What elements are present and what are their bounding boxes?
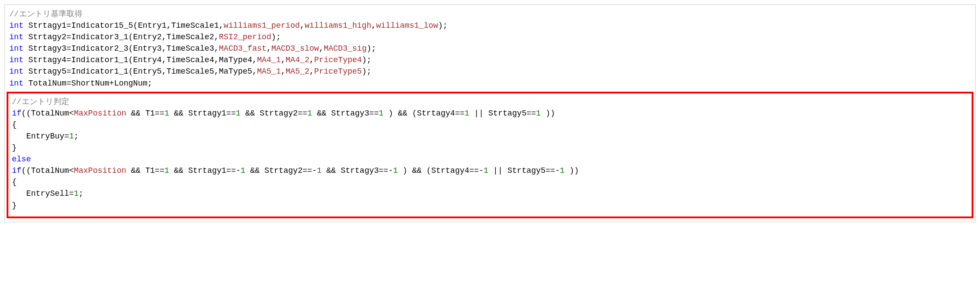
code-line: int Strtagy2=Indicator3_1(Entry2,TimeSca… [9, 33, 281, 41]
code-block: //エントリ基準取得 int Strtagy1=Indicator15_5(En… [4, 4, 976, 222]
code-line: if((TotalNum<MaxPosition && T1==1 && Str… [12, 109, 555, 118]
brace: } [12, 201, 17, 210]
code-line: int Strtagy1=Indicator15_5(Entry1,TimeSc… [9, 21, 448, 30]
code-line: EntryBuy=1; [12, 132, 79, 141]
highlight-box: //エントリ判定 if((TotalNum<MaxPosition && T1=… [7, 92, 973, 218]
code-line: int TotalNum=ShortNum+LongNum; [9, 79, 152, 88]
brace: } [12, 143, 17, 152]
code-line: int Strtagy3=Indicator2_3(Entry3,TimeSca… [9, 44, 376, 53]
brace: { [12, 120, 17, 129]
code-line: if((TotalNum<MaxPosition && T1==1 && Str… [12, 166, 579, 175]
brace: { [12, 178, 17, 187]
code-line: int Strtagy4=Indicator1_1(Entry4,TimeSca… [9, 56, 371, 64]
else-keyword: else [12, 155, 31, 164]
comment-line: //エントリ判定 [12, 97, 69, 106]
comment-line: //エントリ基準取得 [9, 10, 82, 19]
code-line: EntrySell=1; [12, 189, 83, 198]
code-line: int Strtagy5=Indicator1_1(Entry5,TimeSca… [9, 67, 371, 76]
